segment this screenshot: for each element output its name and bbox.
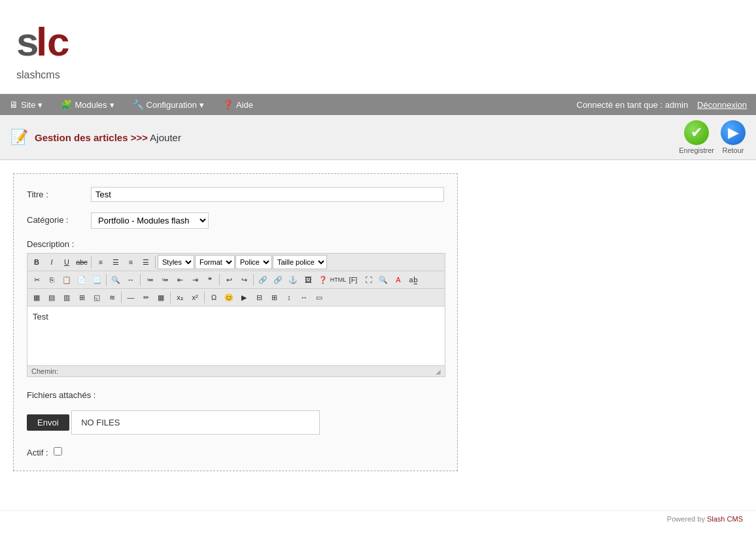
zoom-button[interactable]: 🔍 bbox=[376, 273, 390, 287]
nav-item-aide[interactable]: ❓ Aide bbox=[213, 94, 262, 115]
form-button[interactable]: ⊟ bbox=[252, 290, 266, 305]
titre-input[interactable] bbox=[91, 187, 444, 202]
paste-button[interactable]: 📋 bbox=[60, 273, 74, 287]
sep-7 bbox=[121, 291, 122, 303]
align-right-button[interactable]: ≡ bbox=[124, 255, 138, 269]
anchor-button[interactable]: ⚓ bbox=[286, 273, 300, 287]
editor-area[interactable]: Test bbox=[27, 307, 445, 365]
sup-button[interactable]: x² bbox=[188, 290, 202, 305]
no-files-box: NO FILES bbox=[71, 410, 320, 435]
actif-row: Actif : bbox=[27, 445, 444, 458]
powered-by-text: Powered by bbox=[667, 515, 705, 523]
table2-button[interactable]: ▦ bbox=[154, 290, 168, 305]
bold-button[interactable]: B bbox=[29, 255, 44, 269]
paste-word-button[interactable]: 📃 bbox=[90, 273, 104, 287]
unlink-button[interactable]: 🔗 bbox=[271, 273, 285, 287]
blockquote-button[interactable]: ❝ bbox=[203, 273, 217, 287]
page-break-button[interactable]: ⊞ bbox=[267, 290, 281, 305]
replace-button[interactable]: ↔ bbox=[124, 273, 138, 287]
table-row-button[interactable]: ▤ bbox=[44, 290, 59, 305]
image-button[interactable]: 🖼 bbox=[301, 273, 315, 287]
cut-button[interactable]: ✂ bbox=[29, 273, 44, 287]
emoji-button[interactable]: 😊 bbox=[222, 290, 236, 305]
page-title: Gestion des articles >>> Ajouter bbox=[35, 132, 181, 143]
sep-4 bbox=[140, 274, 141, 286]
svg-text:c: c bbox=[47, 19, 69, 64]
page-header: 📝 Gestion des articles >>> Ajouter ✔ Enr… bbox=[0, 115, 756, 160]
no-files-text: NO FILES bbox=[81, 418, 120, 427]
list-ol-button[interactable]: ≔ bbox=[158, 273, 172, 287]
layer-button[interactable]: ◱ bbox=[90, 290, 104, 305]
sep-6 bbox=[253, 274, 254, 286]
back-label: Retour bbox=[722, 146, 744, 154]
help-button[interactable]: ❓ bbox=[316, 273, 330, 287]
edit-button[interactable]: ✏ bbox=[139, 290, 153, 305]
list-ul-button[interactable]: ≔ bbox=[143, 273, 157, 287]
categorie-row: Catégorie : Portfolio - Modules flash Bl… bbox=[27, 212, 444, 229]
save-label: Enregistrer bbox=[679, 146, 714, 154]
outdent-button[interactable]: ⇤ bbox=[173, 273, 187, 287]
brand-link[interactable]: Slash CMS bbox=[707, 515, 743, 523]
underline-button[interactable]: U bbox=[60, 255, 74, 269]
police-select[interactable]: Police bbox=[235, 255, 272, 269]
modules-icon: 🧩 bbox=[61, 99, 72, 110]
special-char-button[interactable]: Ω bbox=[207, 290, 221, 305]
italic-button[interactable]: I bbox=[44, 255, 59, 269]
dropdown-icon-config: ▾ bbox=[199, 100, 204, 110]
font-color-button[interactable]: A bbox=[391, 273, 405, 287]
nav-label-config: Configuration bbox=[146, 100, 197, 110]
user-info: Connecté en tant que : admin bbox=[577, 100, 689, 110]
align-left-button[interactable]: ≡ bbox=[94, 255, 108, 269]
merge-cells-button[interactable]: ⊞ bbox=[75, 290, 89, 305]
paste-text-button[interactable]: 📄 bbox=[75, 273, 89, 287]
table-button[interactable]: ▦ bbox=[29, 290, 44, 305]
highlight-button[interactable]: ab̲ bbox=[406, 273, 421, 287]
table-col-button[interactable]: ▥ bbox=[60, 290, 74, 305]
actif-checkbox[interactable] bbox=[54, 447, 62, 456]
resize-button[interactable]: ↔ bbox=[297, 290, 311, 305]
styles-select[interactable]: Styles bbox=[158, 255, 194, 269]
embed-button[interactable]: [F] bbox=[346, 273, 360, 287]
html-button[interactable]: HTML bbox=[331, 273, 345, 287]
dropdown-icon-site: ▾ bbox=[38, 100, 43, 110]
save-button[interactable]: ✔ Enregistrer bbox=[679, 120, 714, 154]
style-button[interactable]: ≋ bbox=[105, 290, 119, 305]
sep-1 bbox=[91, 256, 92, 268]
sep-8 bbox=[170, 291, 171, 303]
main: Titre : Catégorie : Portfolio - Modules … bbox=[0, 160, 756, 484]
disconnect-link[interactable]: Déconnexion bbox=[697, 100, 747, 110]
copy-button[interactable]: ⎘ bbox=[44, 273, 59, 287]
nav-item-configuration[interactable]: 🔧 Configuration ▾ bbox=[124, 94, 213, 115]
header: s l c slashcms bbox=[0, 0, 756, 94]
format-select[interactable]: Format bbox=[195, 255, 235, 269]
envoi-button[interactable]: Envoi bbox=[27, 414, 69, 431]
hr-button[interactable]: — bbox=[124, 290, 138, 305]
back-button[interactable]: ▶ Retour bbox=[721, 120, 746, 154]
titre-row: Titre : bbox=[27, 187, 444, 202]
nav-item-modules[interactable]: 🧩 Modules ▾ bbox=[52, 94, 123, 115]
svg-text:slashcms: slashcms bbox=[16, 69, 60, 80]
form-container: Titre : Catégorie : Portfolio - Modules … bbox=[13, 173, 458, 471]
description-label: Description : bbox=[27, 239, 444, 249]
fullscreen-button[interactable]: ⛶ bbox=[361, 273, 375, 287]
taille-select[interactable]: Taille police bbox=[273, 255, 327, 269]
resize-handle[interactable]: ◢ bbox=[436, 368, 441, 375]
nav-item-site[interactable]: 🖥 Site ▾ bbox=[0, 94, 52, 115]
logo: s l c slashcms bbox=[13, 7, 85, 85]
categorie-select[interactable]: Portfolio - Modules flash Blog Actualité… bbox=[91, 212, 209, 229]
page-icon: 📝 bbox=[10, 129, 28, 146]
sub-button[interactable]: x₂ bbox=[173, 290, 187, 305]
sep-5 bbox=[219, 274, 220, 286]
search-replace-button[interactable]: 🔍 bbox=[109, 273, 123, 287]
strikethrough-button[interactable]: abc bbox=[75, 255, 89, 269]
undo-button[interactable]: ↩ bbox=[222, 273, 236, 287]
nonbreak-button[interactable]: ↕ bbox=[282, 290, 296, 305]
indent-button[interactable]: ⇥ bbox=[188, 273, 202, 287]
media-button[interactable]: ▶ bbox=[237, 290, 251, 305]
redo-button[interactable]: ↪ bbox=[237, 273, 251, 287]
align-center-button[interactable]: ☰ bbox=[109, 255, 123, 269]
link-button[interactable]: 🔗 bbox=[256, 273, 270, 287]
template-button[interactable]: ▭ bbox=[312, 290, 326, 305]
align-justify-button[interactable]: ☰ bbox=[139, 255, 153, 269]
back-icon: ▶ bbox=[721, 120, 746, 145]
